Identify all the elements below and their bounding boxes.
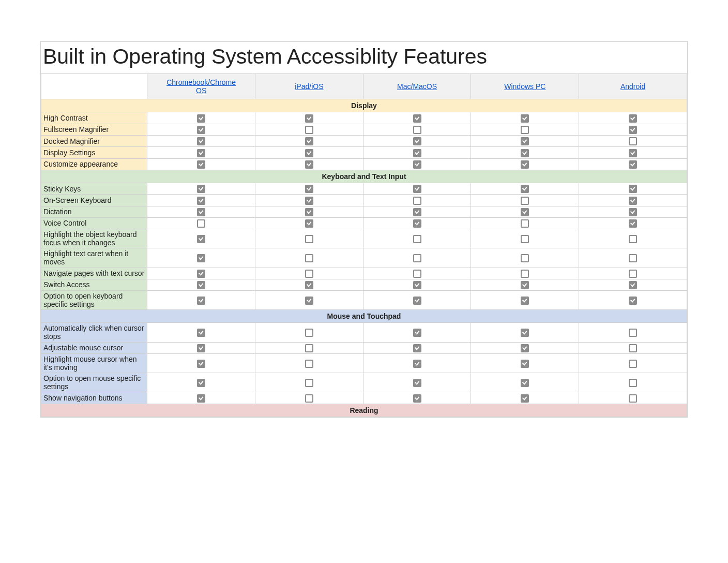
os-link-android[interactable]: Android [620, 82, 645, 91]
feature-label: Highlight mouse cursor when it's moving [41, 353, 147, 373]
feature-cell [471, 158, 579, 170]
feature-cell [147, 147, 255, 158]
feature-label: Dictation [41, 206, 147, 217]
feature-cell [579, 392, 687, 404]
feature-label: Navigate pages with text cursor [41, 268, 147, 279]
feature-cell [255, 217, 363, 229]
feature-label: High Contrast [41, 112, 147, 124]
feature-cell [579, 373, 687, 392]
checkbox-unchecked-icon [521, 126, 529, 134]
feature-cell [579, 229, 687, 248]
checkbox-unchecked-icon [521, 219, 529, 228]
checkbox-unchecked-icon [305, 329, 313, 337]
checkbox-checked-icon [413, 394, 421, 403]
checkbox-checked-icon [413, 329, 421, 337]
os-link-windows[interactable]: Windows PC [504, 82, 545, 91]
feature-row: Automatically click when cursor stops [41, 323, 687, 342]
feature-cell [471, 147, 579, 158]
feature-cell [579, 342, 687, 353]
feature-cell [147, 323, 255, 342]
feature-cell [471, 353, 579, 373]
section-row: Mouse and Touchpad [41, 310, 687, 323]
checkbox-checked-icon [629, 297, 637, 305]
checkbox-checked-icon [197, 185, 205, 193]
checkbox-checked-icon [629, 185, 637, 193]
checkbox-checked-icon [197, 137, 205, 145]
feature-cell [471, 323, 579, 342]
feature-cell [363, 268, 471, 279]
feature-cell [471, 392, 579, 404]
feature-cell [363, 217, 471, 229]
feature-row: Display Settings [41, 147, 687, 158]
feature-cell [363, 135, 471, 146]
feature-cell [255, 323, 363, 342]
os-link-chrome[interactable]: Chromebook/ChromeOS [166, 78, 236, 95]
feature-cell [363, 229, 471, 248]
feature-cell [471, 248, 579, 268]
feature-cell [255, 291, 363, 310]
feature-cell [147, 392, 255, 404]
feature-cell [363, 248, 471, 268]
checkbox-unchecked-icon [413, 235, 421, 243]
feature-row: Fullscreen Magnifier [41, 124, 687, 135]
feature-row: Adjustable mouse cursor [41, 342, 687, 353]
checkbox-checked-icon [629, 208, 637, 216]
checkbox-checked-icon [521, 379, 529, 387]
feature-cell [147, 195, 255, 206]
os-link-macos[interactable]: Mac/MacOS [397, 82, 437, 91]
feature-cell [255, 392, 363, 404]
checkbox-checked-icon [197, 394, 205, 403]
feature-table: Chromebook/ChromeOS iPad/iOS Mac/MacOS W… [41, 73, 687, 417]
feature-cell [147, 353, 255, 373]
checkbox-unchecked-icon [413, 270, 421, 278]
checkbox-checked-icon [521, 137, 529, 145]
checkbox-unchecked-icon [521, 254, 529, 262]
checkbox-unchecked-icon [629, 235, 637, 243]
os-header-ios: iPad/iOS [255, 74, 363, 99]
checkbox-unchecked-icon [305, 235, 313, 243]
page-title: Built in Operating System Accessiblity F… [41, 42, 687, 73]
feature-row: Highlight mouse cursor when it's moving [41, 353, 687, 373]
feature-cell [255, 373, 363, 392]
table-header-row: Chromebook/ChromeOS iPad/iOS Mac/MacOS W… [41, 74, 687, 99]
feature-cell [579, 112, 687, 124]
feature-cell [255, 206, 363, 217]
checkbox-unchecked-icon [629, 270, 637, 278]
feature-cell [579, 217, 687, 229]
checkbox-unchecked-icon [629, 394, 637, 403]
checkbox-checked-icon [197, 149, 205, 157]
checkbox-checked-icon [413, 344, 421, 352]
checkbox-checked-icon [197, 360, 205, 368]
feature-row: Dictation [41, 206, 687, 217]
feature-row: Option to open mouse specific settings [41, 373, 687, 392]
checkbox-checked-icon [197, 114, 205, 123]
feature-cell [471, 217, 579, 229]
checkbox-checked-icon [197, 297, 205, 305]
feature-cell [579, 147, 687, 158]
feature-cell [363, 279, 471, 290]
checkbox-unchecked-icon [305, 126, 313, 134]
feature-cell [579, 135, 687, 146]
feature-cell [471, 268, 579, 279]
feature-cell [255, 158, 363, 170]
feature-cell [147, 135, 255, 146]
feature-cell [147, 124, 255, 135]
feature-row: Voice Control [41, 217, 687, 229]
checkbox-checked-icon [305, 208, 313, 216]
checkbox-checked-icon [521, 114, 529, 123]
checkbox-checked-icon [197, 126, 205, 134]
checkbox-checked-icon [629, 219, 637, 228]
os-link-ios[interactable]: iPad/iOS [295, 82, 323, 91]
checkbox-checked-icon [413, 360, 421, 368]
feature-label: Highlight text caret when it moves [41, 248, 147, 268]
checkbox-checked-icon [197, 197, 205, 205]
feature-cell [579, 124, 687, 135]
feature-label: On-Screen Keyboard [41, 195, 147, 206]
feature-cell [471, 135, 579, 146]
feature-cell [363, 342, 471, 353]
feature-row: Option to open keyboard specific setting… [41, 291, 687, 310]
checkbox-unchecked-icon [197, 219, 205, 228]
checkbox-checked-icon [629, 160, 637, 169]
checkbox-checked-icon [413, 160, 421, 169]
checkbox-checked-icon [413, 379, 421, 387]
